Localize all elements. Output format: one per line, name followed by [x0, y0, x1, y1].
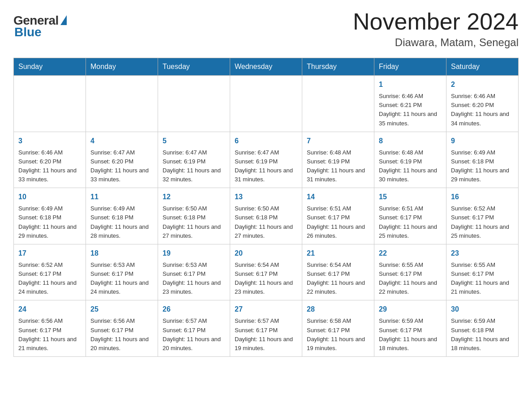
day-info: Sunrise: 6:55 AM Sunset: 6:17 PM Dayligh… [379, 261, 442, 297]
header-monday: Monday [86, 58, 158, 76]
table-row: 26Sunrise: 6:57 AM Sunset: 6:17 PM Dayli… [158, 300, 230, 357]
day-info: Sunrise: 6:49 AM Sunset: 6:18 PM Dayligh… [18, 204, 81, 240]
table-row: 2Sunrise: 6:46 AM Sunset: 6:20 PM Daylig… [446, 76, 519, 132]
day-info: Sunrise: 6:48 AM Sunset: 6:19 PM Dayligh… [379, 148, 442, 184]
day-number: 15 [379, 192, 442, 202]
table-row: 10Sunrise: 6:49 AM Sunset: 6:18 PM Dayli… [14, 188, 86, 244]
day-info: Sunrise: 6:47 AM Sunset: 6:19 PM Dayligh… [163, 148, 225, 184]
table-row: 24Sunrise: 6:56 AM Sunset: 6:17 PM Dayli… [14, 300, 86, 357]
day-number: 27 [235, 304, 297, 315]
day-info: Sunrise: 6:57 AM Sunset: 6:17 PM Dayligh… [163, 317, 225, 353]
table-row: 12Sunrise: 6:50 AM Sunset: 6:18 PM Dayli… [158, 188, 230, 244]
day-info: Sunrise: 6:49 AM Sunset: 6:18 PM Dayligh… [451, 148, 514, 184]
logo: General Blue [13, 9, 67, 39]
header-sunday: Sunday [14, 58, 86, 76]
day-number: 5 [163, 136, 225, 146]
day-info: Sunrise: 6:52 AM Sunset: 6:17 PM Dayligh… [451, 204, 514, 240]
day-info: Sunrise: 6:53 AM Sunset: 6:17 PM Dayligh… [90, 261, 153, 297]
table-row: 19Sunrise: 6:53 AM Sunset: 6:17 PM Dayli… [158, 244, 230, 300]
table-row [14, 76, 86, 132]
day-info: Sunrise: 6:58 AM Sunset: 6:17 PM Dayligh… [307, 317, 369, 353]
day-number: 17 [18, 248, 81, 259]
table-row: 25Sunrise: 6:56 AM Sunset: 6:17 PM Dayli… [86, 300, 158, 357]
day-number: 3 [18, 136, 81, 146]
table-row: 17Sunrise: 6:52 AM Sunset: 6:17 PM Dayli… [14, 244, 86, 300]
day-info: Sunrise: 6:56 AM Sunset: 6:17 PM Dayligh… [90, 317, 153, 353]
day-number: 26 [163, 304, 225, 315]
table-row: 15Sunrise: 6:51 AM Sunset: 6:17 PM Dayli… [374, 188, 446, 244]
logo-triangle-icon [60, 15, 67, 25]
table-row: 13Sunrise: 6:50 AM Sunset: 6:18 PM Dayli… [230, 188, 302, 244]
day-info: Sunrise: 6:51 AM Sunset: 6:17 PM Dayligh… [307, 204, 369, 240]
day-info: Sunrise: 6:46 AM Sunset: 6:20 PM Dayligh… [451, 92, 514, 128]
header-friday: Friday [374, 58, 446, 76]
day-number: 13 [235, 192, 297, 202]
page-header: General Blue November 2024 Diawara, Mata… [13, 9, 519, 49]
table-row: 3Sunrise: 6:46 AM Sunset: 6:20 PM Daylig… [14, 132, 86, 188]
table-row: 8Sunrise: 6:48 AM Sunset: 6:19 PM Daylig… [374, 132, 446, 188]
table-row [302, 76, 374, 132]
day-info: Sunrise: 6:49 AM Sunset: 6:18 PM Dayligh… [90, 204, 153, 240]
day-info: Sunrise: 6:59 AM Sunset: 6:18 PM Dayligh… [451, 317, 514, 353]
day-number: 28 [307, 304, 369, 315]
table-row: 4Sunrise: 6:47 AM Sunset: 6:20 PM Daylig… [86, 132, 158, 188]
day-number: 6 [235, 136, 297, 146]
day-info: Sunrise: 6:50 AM Sunset: 6:18 PM Dayligh… [235, 204, 297, 240]
day-info: Sunrise: 6:46 AM Sunset: 6:20 PM Dayligh… [18, 148, 81, 184]
weekday-header-row: Sunday Monday Tuesday Wednesday Thursday… [14, 58, 519, 76]
table-row: 9Sunrise: 6:49 AM Sunset: 6:18 PM Daylig… [446, 132, 519, 188]
table-row: 20Sunrise: 6:54 AM Sunset: 6:17 PM Dayli… [230, 244, 302, 300]
day-number: 2 [451, 79, 514, 90]
day-number: 7 [307, 136, 369, 146]
day-info: Sunrise: 6:51 AM Sunset: 6:17 PM Dayligh… [379, 204, 442, 240]
week-row-1: 1Sunrise: 6:46 AM Sunset: 6:21 PM Daylig… [14, 76, 519, 132]
table-row: 16Sunrise: 6:52 AM Sunset: 6:17 PM Dayli… [446, 188, 519, 244]
logo-blue-text: Blue [14, 25, 42, 39]
day-number: 19 [163, 248, 225, 259]
day-number: 22 [379, 248, 442, 259]
day-number: 21 [307, 248, 369, 259]
table-row: 21Sunrise: 6:54 AM Sunset: 6:17 PM Dayli… [302, 244, 374, 300]
day-number: 12 [163, 192, 225, 202]
week-row-4: 17Sunrise: 6:52 AM Sunset: 6:17 PM Dayli… [14, 244, 519, 300]
day-number: 30 [451, 304, 514, 315]
day-number: 25 [90, 304, 153, 315]
calendar-title: November 2024 [353, 9, 519, 34]
table-row: 29Sunrise: 6:59 AM Sunset: 6:17 PM Dayli… [374, 300, 446, 357]
day-info: Sunrise: 6:57 AM Sunset: 6:17 PM Dayligh… [235, 317, 297, 353]
day-info: Sunrise: 6:47 AM Sunset: 6:19 PM Dayligh… [235, 148, 297, 184]
day-number: 16 [451, 192, 514, 202]
table-row: 23Sunrise: 6:55 AM Sunset: 6:17 PM Dayli… [446, 244, 519, 300]
day-number: 24 [18, 304, 81, 315]
day-info: Sunrise: 6:54 AM Sunset: 6:17 PM Dayligh… [307, 261, 369, 297]
table-row: 5Sunrise: 6:47 AM Sunset: 6:19 PM Daylig… [158, 132, 230, 188]
table-row [158, 76, 230, 132]
header-saturday: Saturday [446, 58, 519, 76]
table-row: 30Sunrise: 6:59 AM Sunset: 6:18 PM Dayli… [446, 300, 519, 357]
day-info: Sunrise: 6:56 AM Sunset: 6:17 PM Dayligh… [18, 317, 81, 353]
header-wednesday: Wednesday [230, 58, 302, 76]
table-row: 18Sunrise: 6:53 AM Sunset: 6:17 PM Dayli… [86, 244, 158, 300]
day-info: Sunrise: 6:55 AM Sunset: 6:17 PM Dayligh… [451, 261, 514, 297]
week-row-2: 3Sunrise: 6:46 AM Sunset: 6:20 PM Daylig… [14, 132, 519, 188]
title-block: November 2024 Diawara, Matam, Senegal [353, 9, 519, 49]
day-number: 20 [235, 248, 297, 259]
header-tuesday: Tuesday [158, 58, 230, 76]
table-row: 7Sunrise: 6:48 AM Sunset: 6:19 PM Daylig… [302, 132, 374, 188]
day-info: Sunrise: 6:53 AM Sunset: 6:17 PM Dayligh… [163, 261, 225, 297]
table-row: 1Sunrise: 6:46 AM Sunset: 6:21 PM Daylig… [374, 76, 446, 132]
table-row: 27Sunrise: 6:57 AM Sunset: 6:17 PM Dayli… [230, 300, 302, 357]
day-info: Sunrise: 6:46 AM Sunset: 6:21 PM Dayligh… [379, 92, 442, 128]
calendar-table: Sunday Monday Tuesday Wednesday Thursday… [13, 58, 519, 357]
calendar-subtitle: Diawara, Matam, Senegal [353, 36, 519, 49]
day-number: 23 [451, 248, 514, 259]
day-info: Sunrise: 6:52 AM Sunset: 6:17 PM Dayligh… [18, 261, 81, 297]
day-info: Sunrise: 6:54 AM Sunset: 6:17 PM Dayligh… [235, 261, 297, 297]
day-number: 18 [90, 248, 153, 259]
table-row: 28Sunrise: 6:58 AM Sunset: 6:17 PM Dayli… [302, 300, 374, 357]
week-row-3: 10Sunrise: 6:49 AM Sunset: 6:18 PM Dayli… [14, 188, 519, 244]
day-number: 29 [379, 304, 442, 315]
day-info: Sunrise: 6:50 AM Sunset: 6:18 PM Dayligh… [163, 204, 225, 240]
day-info: Sunrise: 6:47 AM Sunset: 6:20 PM Dayligh… [90, 148, 153, 184]
day-info: Sunrise: 6:48 AM Sunset: 6:19 PM Dayligh… [307, 148, 369, 184]
